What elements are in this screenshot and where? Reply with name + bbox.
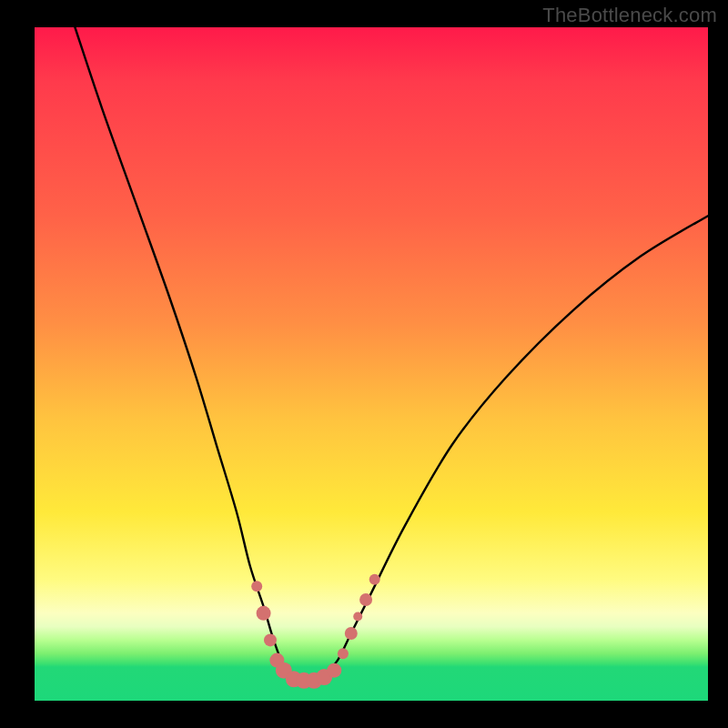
- highlight-dot: [338, 648, 349, 659]
- highlight-dot: [251, 581, 262, 592]
- chart-frame: TheBottleneck.com: [0, 0, 728, 728]
- highlight-dot: [359, 593, 372, 606]
- highlight-dot: [264, 633, 277, 646]
- bottleneck-curve: [75, 27, 708, 682]
- curve-svg: [35, 27, 708, 701]
- highlight-dot: [345, 627, 358, 640]
- highlight-dot: [369, 574, 380, 585]
- highlight-dot: [327, 663, 341, 678]
- highlight-dot: [353, 612, 362, 622]
- watermark-text: TheBottleneck.com: [542, 4, 717, 27]
- plot-area: [35, 27, 708, 701]
- highlight-dot: [257, 606, 271, 621]
